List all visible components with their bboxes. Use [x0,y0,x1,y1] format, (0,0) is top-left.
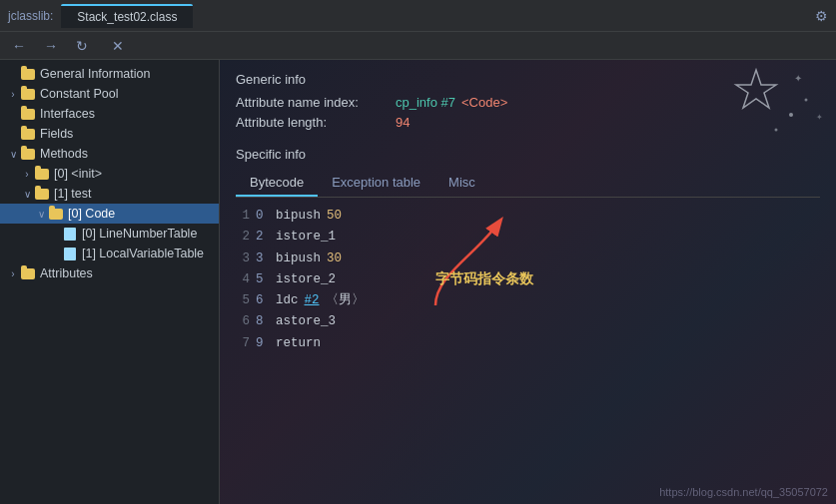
doc-icon-local-variable-table [62,247,78,260]
bc-line-num: 3 [236,249,250,269]
bc-offset: 2 [256,227,270,248]
close-button[interactable]: ✕ [108,36,128,56]
expand-arrow-test: ∨ [20,189,34,200]
bytecode-row: 22istore_1 [236,227,820,248]
bc-arg[interactable]: #2 [305,290,320,311]
expand-arrow-code: ∨ [34,209,48,220]
bc-instruction: ldc [276,290,299,311]
forward-button[interactable]: → [40,36,62,56]
right-panel-content: Generic info Attribute name index: cp_in… [220,60,836,504]
sidebar-label-test: [1] test [54,187,92,201]
bc-offset: 3 [256,249,270,269]
expand-arrow-constant-pool: › [6,89,20,100]
bc-offset: 6 [256,290,270,311]
sidebar-item-fields[interactable]: Fields [0,124,219,144]
sidebar-item-line-number-table[interactable]: [0] LineNumberTable [0,224,219,244]
sidebar-label-attributes: Attributes [40,266,93,280]
tab-bar: Bytecode Exception table Misc [236,170,820,198]
annotation-text: 字节码指令条数 [435,270,810,288]
bytecode-row: 79return [236,333,820,354]
back-button[interactable]: ← [8,36,30,56]
bc-offset: 5 [256,269,270,290]
sidebar-label-code: [0] Code [68,207,115,221]
sidebar-item-methods[interactable]: ∨Methods [0,144,219,164]
sidebar-item-test[interactable]: ∨[1] test [0,184,219,204]
bc-offset: 8 [256,311,270,332]
sidebar-item-general-info[interactable]: General Information [0,64,219,84]
bc-line-num: 2 [236,227,250,248]
folder-icon-init [34,167,50,181]
expand-arrow-init: › [20,169,34,180]
bc-line-num: 4 [236,269,250,290]
bc-line-num: 7 [236,333,250,354]
attribute-name-index-key: Attribute name index: [236,95,396,110]
right-panel: ✦ ✦ Generic info Attribute name index: c… [220,60,836,504]
generic-info-label: Generic info [236,72,820,87]
sidebar-item-local-variable-table[interactable]: [1] LocalVariableTable [0,244,219,263]
tab-bytecode[interactable]: Bytecode [236,170,318,197]
sidebar-label-init: [0] <init> [54,167,102,181]
bc-arg: 50 [327,206,342,227]
expand-arrow-attributes: › [6,268,20,279]
main-content: General Information›Constant PoolInterfa… [0,60,836,504]
attribute-name-index-row: Attribute name index: cp_info #7 <Code> [236,95,820,110]
gear-icon[interactable]: ⚙ [815,8,828,24]
sidebar-label-local-variable-table: [1] LocalVariableTable [82,247,204,260]
bc-instruction: istore_1 [276,227,336,248]
doc-icon-line-number-table [62,227,78,241]
folder-icon-code [48,207,64,221]
sidebar-item-init[interactable]: ›[0] <init> [0,164,219,184]
sidebar-label-fields: Fields [40,127,73,141]
toolbar: ← → ↻ ✕ [0,32,836,60]
bytecode-row: 68astore_3 [236,311,820,332]
sidebar-item-constant-pool[interactable]: ›Constant Pool [0,84,219,104]
bc-instruction: astore_3 [276,311,336,332]
annotation-area: 10bipush5022istore_133bipush3045istore_2… [236,206,820,354]
sidebar: General Information›Constant PoolInterfa… [0,60,220,504]
bytecode-row: 10bipush50 [236,206,820,227]
refresh-button[interactable]: ↻ [72,36,92,56]
folder-icon-constant-pool [20,87,36,101]
sidebar-label-interfaces: Interfaces [40,107,95,121]
sidebar-label-constant-pool: Constant Pool [40,87,119,101]
folder-icon-methods [20,147,36,161]
bc-line-num: 1 [236,206,250,227]
sidebar-item-attributes[interactable]: ›Attributes [0,263,219,283]
sidebar-label-line-number-table: [0] LineNumberTable [82,227,197,241]
attribute-length-row: Attribute length: 94 [236,115,820,130]
bc-instruction: bipush [276,206,321,227]
bc-instruction: bipush [276,249,321,269]
folder-icon-attributes [20,266,36,280]
bc-instruction: istore_2 [276,269,336,290]
attribute-length-key: Attribute length: [236,115,396,130]
bc-instruction: return [276,333,321,354]
folder-icon-general-info [20,67,36,81]
title-bar: jclasslib: Stack_test02.class ⚙ [0,0,836,32]
folder-icon-fields [20,127,36,141]
sidebar-item-code[interactable]: ∨[0] Code [0,204,219,224]
folder-icon-interfaces [20,107,36,121]
bc-offset: 0 [256,206,270,227]
bc-line-num: 5 [236,290,250,311]
expand-arrow-methods: ∨ [6,149,20,160]
folder-icon-test [34,187,50,201]
attribute-name-index-val2: <Code> [461,95,507,110]
bc-arg-suffix: 〈男〉 [326,290,365,311]
sidebar-label-general-info: General Information [40,67,150,81]
sidebar-item-interfaces[interactable]: Interfaces [0,104,219,124]
attribute-length-val: 94 [396,115,410,130]
attribute-name-index-val[interactable]: cp_info #7 [396,95,455,110]
specific-info-label: Specific info [236,147,820,162]
active-tab[interactable]: Stack_test02.class [61,4,193,28]
bytecode-row: 56ldc#2 〈男〉 [236,290,820,311]
bytecode-row: 33bipush30 [236,249,820,269]
bc-line-num: 6 [236,311,250,332]
sidebar-label-methods: Methods [40,147,88,161]
app-name: jclasslib: [8,9,53,23]
bc-offset: 9 [256,333,270,354]
bc-arg: 30 [327,249,342,269]
tab-misc[interactable]: Misc [434,170,489,197]
tab-exception-table[interactable]: Exception table [318,170,434,197]
